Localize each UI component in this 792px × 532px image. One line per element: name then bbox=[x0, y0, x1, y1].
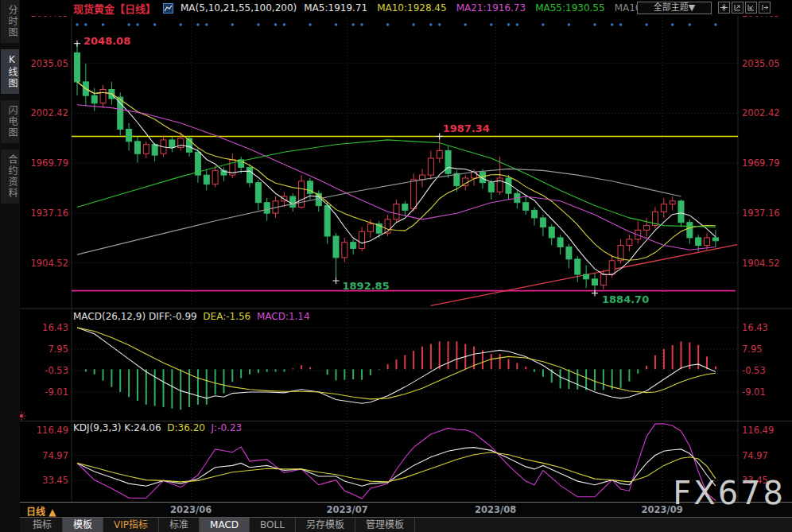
ma-values: MA5:1919.71MA10:1928.45MA21:1916.73MA55:… bbox=[304, 2, 647, 14]
svg-text:-0.53: -0.53 bbox=[45, 365, 68, 376]
bottom-tab-4[interactable]: 标准 bbox=[159, 518, 200, 532]
svg-text:-9.01: -9.01 bbox=[742, 386, 766, 398]
period-label[interactable]: 日线 ▲ bbox=[26, 504, 56, 518]
candlesticks bbox=[75, 44, 719, 293]
ma-value-label: MA10:1928.45 bbox=[377, 2, 447, 14]
macd-label: MACD(26,12,9) DIFF:-0.99 bbox=[73, 311, 197, 322]
svg-text:7.95: 7.95 bbox=[742, 344, 763, 355]
svg-text:116.49: 116.49 bbox=[742, 425, 774, 436]
svg-text:-9.01: -9.01 bbox=[45, 386, 68, 398]
svg-text:33.45: 33.45 bbox=[42, 475, 68, 486]
pan-icon[interactable] bbox=[718, 2, 730, 14]
shift-right-icon[interactable] bbox=[759, 2, 771, 14]
axis-scale-icon[interactable] bbox=[732, 2, 743, 14]
bottom-tab-5[interactable]: MACD bbox=[200, 518, 250, 532]
bottom-tab-6[interactable]: BOLL bbox=[250, 518, 296, 532]
pane-scale-icon[interactable] bbox=[745, 2, 757, 14]
chart-type-icon bbox=[163, 3, 173, 14]
macd-panel bbox=[77, 328, 716, 410]
svg-text:2035.05: 2035.05 bbox=[30, 58, 68, 69]
svg-text:1904.52: 1904.52 bbox=[30, 258, 68, 269]
sidebar-tab-2[interactable]: K线图 bbox=[1, 49, 19, 94]
chart-canvas[interactable]: 2067.692067.692035.052035.052002.422002.… bbox=[0, 0, 792, 532]
svg-text:1937.16: 1937.16 bbox=[30, 208, 68, 219]
svg-text:-0.53: -0.53 bbox=[742, 365, 766, 376]
bottom-tab-3[interactable]: VIP指标 bbox=[103, 518, 159, 532]
ma-value-label: MA5:1919.71 bbox=[304, 2, 367, 14]
axis-labels: 2067.692067.692035.052035.052002.422002.… bbox=[30, 8, 779, 486]
kdj-label: KDJ(9,3,3) K:24.06 bbox=[73, 422, 161, 433]
macd-value-label: MACD:1.14 bbox=[257, 311, 310, 322]
signal-dots bbox=[76, 23, 716, 25]
kdj-d-label: D:36.20 bbox=[167, 422, 205, 433]
sidebar-tab-1[interactable]: 分时图 bbox=[1, 0, 19, 43]
svg-text:2002.42: 2002.42 bbox=[742, 107, 780, 118]
svg-text:1969.79: 1969.79 bbox=[30, 157, 68, 169]
trading-app: 2067.692067.692035.052035.052002.422002.… bbox=[0, 0, 792, 532]
bottom-tab-8[interactable]: 管理模板 bbox=[355, 518, 415, 532]
macd-panel-header: MACD(26,12,9) DIFF:-0.99 DEA:-1.56 MACD:… bbox=[73, 311, 310, 322]
svg-text:1987.34: 1987.34 bbox=[443, 122, 490, 134]
dea-label: DEA:-1.56 bbox=[203, 311, 250, 322]
kdj-panel bbox=[77, 424, 716, 501]
svg-text:1904.52: 1904.52 bbox=[742, 258, 780, 269]
kdj-panel-header: KDJ(9,3,3) K:24.06 D:36.20 J:-0.23 bbox=[73, 422, 242, 433]
svg-text:2002.42: 2002.42 bbox=[30, 107, 68, 118]
svg-text:16.43: 16.43 bbox=[742, 322, 768, 333]
ma-params-label: MA(5,10,21,55,100,200) bbox=[181, 2, 297, 14]
bottom-tab-7[interactable]: 另存模板 bbox=[296, 518, 355, 532]
ma-value-label: MA21:1916.73 bbox=[456, 2, 526, 14]
svg-text:1937.16: 1937.16 bbox=[742, 208, 780, 219]
instrument-title: 现货黄金【日线】 bbox=[73, 1, 156, 16]
svg-text:2035.05: 2035.05 bbox=[742, 58, 780, 69]
sidebar-tab-4[interactable]: 合约资料 bbox=[1, 150, 19, 204]
kdj-j-label: J:-0.23 bbox=[212, 422, 243, 433]
month-label: 2023/06 bbox=[167, 504, 215, 515]
svg-text:116.49: 116.49 bbox=[37, 425, 68, 436]
theme-dropdown[interactable]: 全部主题▼ bbox=[637, 2, 712, 14]
sidebar-tab-3[interactable]: 闪电图 bbox=[1, 100, 19, 143]
bottom-tab-2[interactable]: 模板 bbox=[63, 518, 103, 532]
left-sidebar: 分时图K线图闪电图合约资料 bbox=[0, 0, 20, 532]
svg-text:7.95: 7.95 bbox=[48, 344, 68, 355]
svg-text:74.97: 74.97 bbox=[742, 450, 768, 461]
header-toolbar bbox=[718, 2, 771, 14]
month-label: 2023/07 bbox=[324, 504, 371, 515]
month-label: 2023/08 bbox=[472, 504, 519, 515]
svg-text:16.43: 16.43 bbox=[42, 322, 68, 333]
svg-text:1969.79: 1969.79 bbox=[742, 157, 780, 169]
ma-value-label: MA55:1930.55 bbox=[535, 2, 605, 14]
svg-text:2048.08: 2048.08 bbox=[83, 35, 130, 47]
svg-text:74.97: 74.97 bbox=[42, 450, 68, 461]
bottom-tab-bar: 指标模板VIP指标标准MACDBOLL另存模板管理模板 bbox=[0, 517, 792, 532]
svg-text:1892.85: 1892.85 bbox=[343, 280, 390, 292]
price-annotations: 2048.081987.341892.851884.70 bbox=[74, 35, 649, 305]
bottom-tab-1[interactable]: 指标 bbox=[22, 518, 63, 532]
watermark: FX678 bbox=[673, 475, 786, 511]
svg-text:1884.70: 1884.70 bbox=[602, 293, 649, 305]
